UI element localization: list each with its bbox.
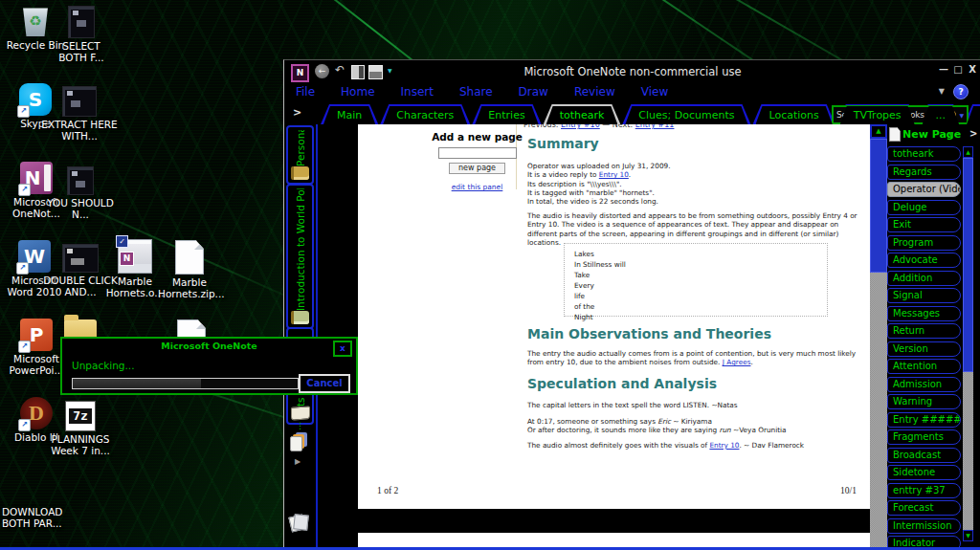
page-tab[interactable]: Intermission — [887, 518, 961, 534]
next-entry-link[interactable]: Entry #11 — [635, 124, 675, 129]
page-tab[interactable]: Program — [887, 235, 961, 251]
ribbon-tab[interactable]: Draw — [519, 85, 548, 99]
speculation-line: At 0:17, someone or something says Eric … — [527, 417, 870, 435]
speculation-line: The audio almost definitely goes with th… — [527, 441, 870, 450]
search-scope-dropdown[interactable]: ▼ — [959, 112, 964, 119]
page-tab[interactable]: Forecast — [887, 500, 961, 516]
content-scrollbar[interactable]: ▲ — [870, 124, 887, 549]
scrollbar-thumb[interactable] — [963, 158, 973, 372]
section-tab-label: Entries — [475, 106, 538, 124]
full-page-view-button[interactable] — [368, 65, 383, 79]
section-tab[interactable]: totheark — [544, 104, 621, 124]
notebook-tab-label: Personal — [295, 130, 306, 166]
app-icon: N — [291, 64, 309, 82]
lyric-line: Take — [574, 270, 827, 280]
desktop-icon-download-both[interactable]: DOWNLOAD BOTH PAR... — [2, 504, 69, 529]
notebook-stack-icon[interactable] — [290, 432, 308, 450]
section-tabs: Main Characters Entries totheark — [321, 104, 980, 124]
lyric-line: Lakes — [574, 249, 827, 259]
page-tab[interactable]: Operator (Video) — [887, 182, 961, 197]
section-tab-label: totheark — [546, 106, 618, 124]
dock-view-button[interactable] — [351, 65, 365, 79]
page-list-scrollbar[interactable]: ▲ ▼ — [963, 146, 973, 541]
page-tab[interactable]: Regards — [887, 165, 961, 180]
maximize-button[interactable]: □ — [951, 64, 965, 75]
page-tab[interactable]: enttry #37 — [887, 483, 961, 498]
section-tab[interactable]: Characters — [380, 104, 470, 124]
page-tab[interactable]: Advocate — [887, 253, 961, 268]
ribbon-tab[interactable]: Share — [459, 85, 493, 99]
page-tab[interactable]: Version — [887, 341, 961, 357]
new-page-dropdown[interactable]: ▼ — [948, 131, 953, 139]
page-tab[interactable]: Entry ###### — [887, 412, 961, 428]
scrollbar-thumb[interactable] — [870, 139, 887, 273]
agrees-link[interactable]: J Agrees — [723, 358, 751, 366]
desktop-icon-powerpoint[interactable]: P ↗ Microsoft PowerPoi... — [6, 319, 67, 376]
section-tab[interactable]: Entries — [472, 104, 541, 124]
shortcut-arrow-icon: ↗ — [18, 341, 31, 353]
desktop-icon-extract-here[interactable]: EXTRACT HERE WITH... — [41, 86, 118, 142]
minimize-button[interactable]: — — [937, 64, 950, 75]
scroll-up-button[interactable]: ▲ — [870, 124, 887, 139]
page-tab[interactable]: Warning — [887, 394, 961, 409]
section-tab[interactable]: Main — [321, 104, 378, 124]
prev-entry-link[interactable]: Entry #10 — [561, 124, 600, 129]
help-icon[interactable]: ? — [953, 84, 969, 99]
onenote-window: N ← ↶ ▼ Microsoft OneNote non-commercial… — [283, 59, 980, 550]
dialog-close-button[interactable]: x — [333, 341, 352, 357]
section-tab[interactable]: TVTropes — [837, 104, 918, 124]
ribbon-tab[interactable]: Home — [341, 85, 374, 99]
notebook-tab-personal[interactable]: Personal — [286, 125, 314, 185]
page-tab[interactable]: totheark — [887, 146, 961, 162]
page-tab[interactable]: Broadcast — [887, 448, 961, 463]
summary-paragraph: The audio is heavily distorted and appea… — [527, 211, 870, 247]
page-tab[interactable]: Return — [887, 323, 961, 339]
cancel-button[interactable]: Cancel — [299, 374, 350, 393]
section-tab-bar: > Main Characters Entries — [284, 102, 980, 124]
page-tab[interactable]: Attention — [887, 359, 961, 374]
notebook-tab-world-politics[interactable]: Introduction to World Politics — [286, 184, 314, 329]
new-page-name-input[interactable] — [438, 147, 517, 159]
scroll-up-button[interactable]: ▲ — [963, 146, 973, 158]
quick-access-dropdown[interactable]: ▼ — [388, 67, 392, 74]
undo-button[interactable]: ↶ — [335, 63, 345, 77]
section-tab[interactable]: Clues; Documents — [622, 104, 750, 124]
page-tab[interactable]: Addition — [887, 271, 961, 286]
ribbon-tab[interactable]: Review — [574, 85, 615, 99]
new-page-button[interactable]: new page — [449, 163, 505, 174]
ribbon-tab[interactable]: File — [296, 85, 315, 99]
scroll-down-button[interactable]: ▼ — [963, 530, 973, 541]
page-tab-label: Broadcast — [893, 450, 941, 460]
page-tab[interactable]: Exit — [887, 217, 961, 232]
close-button[interactable]: X — [966, 64, 979, 75]
unfiled-notes-icon[interactable] — [290, 515, 307, 529]
back-button[interactable]: ← — [315, 64, 329, 78]
nav-separator-dots: ⋮ — [296, 421, 304, 430]
ribbon-tab[interactable]: Insert — [401, 85, 434, 99]
summary-line: It is tagged with "marble" "hornets". — [527, 188, 870, 197]
desktop-icon-marble-hornets-onepkg[interactable]: N ✓ Marble Hornets.o... — [104, 239, 166, 298]
expand-navbar-button[interactable]: > — [293, 106, 301, 119]
desktop-icon-select-both[interactable]: SELECT BOTH F... — [50, 6, 113, 63]
page-tab[interactable]: Messages — [887, 306, 961, 321]
entry-10-link[interactable]: Entry 10 — [599, 170, 629, 179]
page-tab-label: Addition — [893, 273, 932, 283]
page-tab[interactable]: Signal — [887, 288, 961, 303]
prev-label: Previous: — [523, 124, 561, 129]
desktop-icon-7zip-plannings[interactable]: 7z PLANNINGS Week 7 in... — [43, 399, 118, 456]
page-tab[interactable]: Fragments — [887, 429, 961, 445]
page-tab[interactable]: Admission — [887, 377, 961, 392]
ribbon-tab[interactable]: View — [641, 85, 668, 99]
section-tab[interactable]: Locations — [753, 104, 835, 124]
edit-panel-link[interactable]: edit this panel — [432, 183, 523, 191]
desktop-icon-marble-hornets-zip[interactable]: Marble Hornets.zip... — [158, 240, 221, 299]
nav-expand-arrow[interactable]: ▶ — [295, 457, 301, 466]
page-tab[interactable]: Sidetone — [887, 465, 961, 480]
section-tab-label: Characters — [383, 106, 467, 124]
page-canvas[interactable]: Previous: Entry #10 — Next: Entry #11 Ad… — [358, 124, 870, 509]
collapse-sidebar-button[interactable]: > — [969, 128, 977, 139]
minimize-ribbon-button[interactable]: ▼ — [939, 87, 945, 96]
page-tab[interactable]: Deluge — [887, 200, 961, 215]
desktop-icon-you-should[interactable]: YOU SHOULD N... — [46, 166, 115, 220]
entry-10-link[interactable]: Entry 10 — [709, 441, 739, 450]
